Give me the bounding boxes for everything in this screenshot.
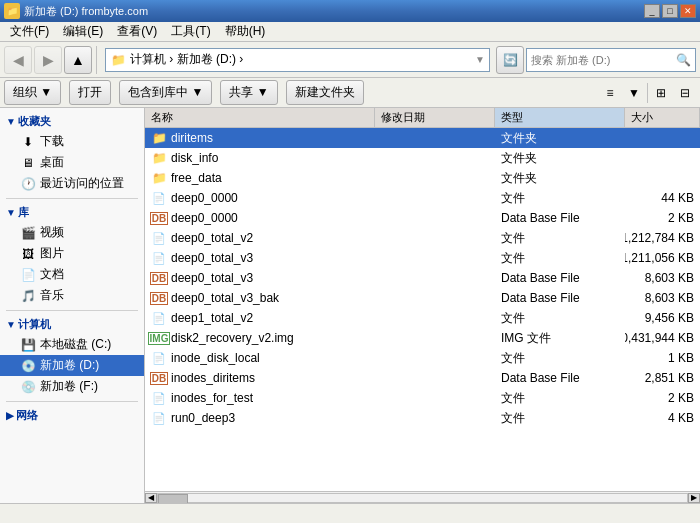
sidebar-item-pictures[interactable]: 🖼 图片 — [0, 243, 144, 264]
menu-bar: 文件(F) 编辑(E) 查看(V) 工具(T) 帮助(H) — [0, 22, 700, 42]
search-bar[interactable]: 🔍 — [526, 48, 696, 72]
col-header-size[interactable]: 大小 — [625, 108, 700, 127]
view-preview-icon[interactable]: ⊞ — [650, 82, 672, 104]
file-size-cell: 1,130,431,944 KB — [625, 328, 700, 348]
table-row[interactable]: DB inodes_diritems Data Base File 2,851 … — [145, 368, 700, 388]
view-list-icon[interactable]: ≡ — [599, 82, 621, 104]
minimize-button[interactable]: _ — [644, 4, 660, 18]
file-date-cell — [375, 128, 495, 148]
table-row[interactable]: 📄 run0_deep3 文件 4 KB — [145, 408, 700, 428]
computer-header[interactable]: ▼ 计算机 — [0, 315, 144, 334]
menu-help[interactable]: 帮助(H) — [219, 21, 272, 42]
file-size-cell: 2 KB — [625, 388, 700, 408]
computer-collapse-icon: ▼ — [6, 319, 16, 330]
table-row[interactable]: 📄 deep0_0000 文件 44 KB — [145, 188, 700, 208]
table-row[interactable]: DB deep0_total_v3 Data Base File 8,603 K… — [145, 268, 700, 288]
file-type-icon: DB — [151, 370, 167, 386]
menu-view[interactable]: 查看(V) — [111, 21, 163, 42]
sidebar-item-music[interactable]: 🎵 音乐 — [0, 285, 144, 306]
open-button[interactable]: 打开 — [69, 80, 111, 105]
up-button[interactable]: ▲ — [64, 46, 92, 74]
pictures-label: 图片 — [40, 245, 64, 262]
favorites-header[interactable]: ▼ 收藏夹 — [0, 112, 144, 131]
documents-label: 文档 — [40, 266, 64, 283]
table-row[interactable]: 📁 disk_info 文件夹 — [145, 148, 700, 168]
file-type: IMG 文件 — [501, 330, 551, 347]
refresh-button[interactable]: 🔄 — [496, 46, 524, 74]
file-name-cell: 📁 diritems — [145, 128, 375, 148]
window-controls: _ □ ✕ — [644, 4, 696, 18]
file-size: 8,603 KB — [645, 271, 694, 285]
app-icon: 📁 — [4, 3, 20, 19]
table-row[interactable]: 📄 inode_disk_local 文件 1 KB — [145, 348, 700, 368]
view-dropdown-icon[interactable]: ▼ — [623, 82, 645, 104]
sidebar-item-downloads[interactable]: ⬇ 下载 — [0, 131, 144, 152]
table-row[interactable]: 📄 deep0_total_v3 文件 1,211,056 KB — [145, 248, 700, 268]
file-name: disk2_recovery_v2.img — [171, 331, 294, 345]
file-date-cell — [375, 188, 495, 208]
sidebar-item-video[interactable]: 🎬 视频 — [0, 222, 144, 243]
share-button[interactable]: 共享 ▼ — [220, 80, 277, 105]
network-header[interactable]: ▶ 网络 — [0, 406, 144, 425]
file-size-cell: 2 KB — [625, 208, 700, 228]
title-bar: 📁 新加卷 (D:) frombyte.com _ □ ✕ — [0, 0, 700, 22]
file-type: 文件夹 — [501, 170, 537, 187]
table-row[interactable]: DB deep0_total_v3_bak Data Base File 8,6… — [145, 288, 700, 308]
address-bar[interactable]: 📁 计算机 › 新加卷 (D:) › ▼ — [105, 48, 490, 72]
search-icon: 🔍 — [676, 53, 691, 67]
back-button[interactable]: ◀ — [4, 46, 32, 74]
sidebar-item-volume-d[interactable]: 💿 新加卷 (D:) — [0, 355, 144, 376]
file-type: Data Base File — [501, 371, 580, 385]
local-disk-icon: 💾 — [20, 337, 36, 353]
file-type-icon: 📁 — [151, 130, 167, 146]
file-size: 44 KB — [661, 191, 694, 205]
col-header-name[interactable]: 名称 — [145, 108, 375, 127]
scroll-track[interactable] — [157, 493, 688, 503]
file-type-cell: Data Base File — [495, 288, 625, 308]
table-row[interactable]: 📁 free_data 文件夹 — [145, 168, 700, 188]
maximize-button[interactable]: □ — [662, 4, 678, 18]
col-header-date[interactable]: 修改日期 — [375, 108, 495, 127]
favorites-section: ▼ 收藏夹 ⬇ 下载 🖥 桌面 🕐 最近访问的位置 — [0, 112, 144, 194]
sidebar-item-desktop[interactable]: 🖥 桌面 — [0, 152, 144, 173]
library-collapse-icon: ▼ — [6, 207, 16, 218]
include-library-button[interactable]: 包含到库中 ▼ — [119, 80, 212, 105]
file-type-cell: 文件 — [495, 248, 625, 268]
table-row[interactable]: 📁 diritems 文件夹 — [145, 128, 700, 148]
organize-button[interactable]: 组织 ▼ — [4, 80, 61, 105]
menu-tools[interactable]: 工具(T) — [165, 21, 216, 42]
menu-edit[interactable]: 编辑(E) — [57, 21, 109, 42]
file-type-cell: 文件 — [495, 228, 625, 248]
sidebar-item-local-disk[interactable]: 💾 本地磁盘 (C:) — [0, 334, 144, 355]
table-row[interactable]: DB deep0_0000 Data Base File 2 KB — [145, 208, 700, 228]
file-size-cell: 8,603 KB — [625, 268, 700, 288]
sidebar-item-recent[interactable]: 🕐 最近访问的位置 — [0, 173, 144, 194]
file-type-cell: 文件 — [495, 188, 625, 208]
library-header[interactable]: ▼ 库 — [0, 203, 144, 222]
table-row[interactable]: 📄 inodes_for_test 文件 2 KB — [145, 388, 700, 408]
scroll-left-button[interactable]: ◀ — [145, 493, 157, 503]
new-folder-button[interactable]: 新建文件夹 — [286, 80, 364, 105]
sidebar-item-documents[interactable]: 📄 文档 — [0, 264, 144, 285]
file-type: Data Base File — [501, 291, 580, 305]
forward-button[interactable]: ▶ — [34, 46, 62, 74]
view-details-icon[interactable]: ⊟ — [674, 82, 696, 104]
view-options: ≡ ▼ ⊞ ⊟ — [599, 82, 696, 104]
file-size: 1 KB — [668, 351, 694, 365]
horizontal-scrollbar[interactable]: ◀ ▶ — [145, 491, 700, 503]
file-type-icon: 📁 — [151, 150, 167, 166]
address-dropdown-icon[interactable]: ▼ — [475, 54, 485, 65]
scroll-thumb[interactable] — [158, 494, 188, 504]
table-row[interactable]: IMG disk2_recovery_v2.img IMG 文件 1,130,4… — [145, 328, 700, 348]
file-date-cell — [375, 168, 495, 188]
close-button[interactable]: ✕ — [680, 4, 696, 18]
desktop-label: 桌面 — [40, 154, 64, 171]
search-input[interactable] — [531, 54, 676, 66]
col-header-type[interactable]: 类型 — [495, 108, 625, 127]
table-row[interactable]: 📄 deep1_total_v2 文件 9,456 KB — [145, 308, 700, 328]
column-headers: 名称 修改日期 类型 大小 — [145, 108, 700, 128]
table-row[interactable]: 📄 deep0_total_v2 文件 1,212,784 KB — [145, 228, 700, 248]
scroll-right-button[interactable]: ▶ — [688, 493, 700, 503]
sidebar-item-volume-f[interactable]: 💿 新加卷 (F:) — [0, 376, 144, 397]
menu-file[interactable]: 文件(F) — [4, 21, 55, 42]
